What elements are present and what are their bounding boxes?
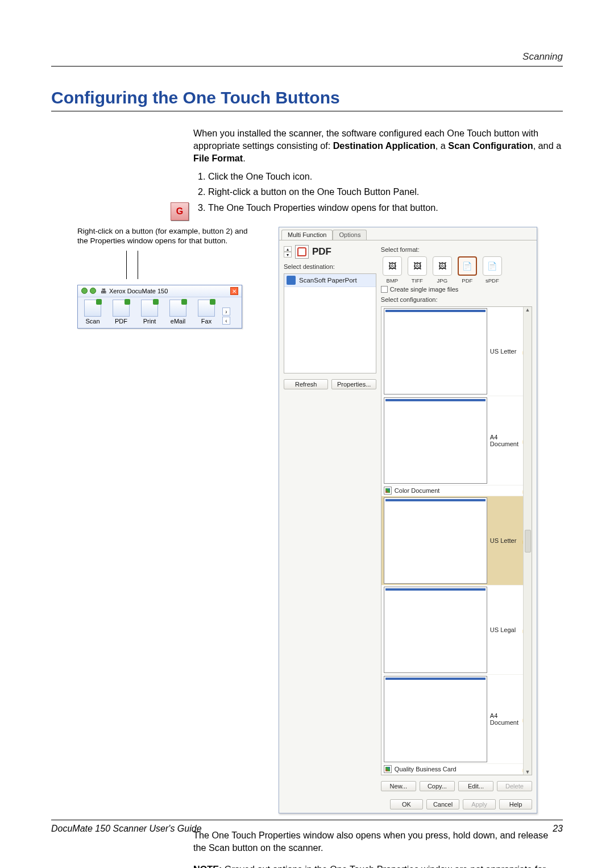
- select-destination-label: Select destination:: [284, 263, 376, 270]
- destination-item[interactable]: ScanSoft PaperPort: [284, 274, 376, 287]
- close-icon[interactable]: ✕: [230, 287, 238, 295]
- destination-item-label: ScanSoft PaperPort: [299, 277, 357, 284]
- config-label: Color Document: [395, 487, 439, 494]
- format-pdf[interactable]: 📄PDF: [456, 256, 479, 284]
- config-item[interactable]: US Letter🔒: [381, 307, 532, 396]
- refresh-button[interactable]: Refresh: [284, 379, 328, 389]
- list-item: Click the One Touch icon.: [208, 171, 563, 183]
- intro-text-b: , a: [435, 140, 449, 151]
- delete-button[interactable]: Delete: [497, 781, 532, 791]
- scanner-glyph-icon: 🖶: [101, 288, 107, 294]
- format-spdf[interactable]: 📄sPDF: [481, 256, 504, 284]
- panel-button-fax[interactable]: Fax: [194, 300, 219, 325]
- figure-callout: Right-click on a button (for example, bu…: [77, 227, 255, 246]
- intro-bold-b: Scan Configuration: [448, 140, 533, 151]
- page-icon: [384, 308, 487, 394]
- config-label: US Letter: [490, 537, 516, 544]
- list-item: Right-click a button on the One Touch Bu…: [208, 186, 563, 198]
- config-item[interactable]: US Letter🔒: [381, 496, 532, 585]
- scroll-up-icon[interactable]: ▲: [525, 307, 530, 313]
- note-paragraph: NOTE: Grayed out options in the One Touc…: [193, 863, 563, 868]
- format-bmp[interactable]: 🖼BMP: [381, 256, 404, 284]
- config-item[interactable]: Color Document🔒: [381, 485, 532, 496]
- panel-button-label: Scan: [85, 318, 99, 325]
- format-label: PDF: [462, 277, 472, 284]
- color-icon: [384, 765, 392, 773]
- panel-button-label: eMail: [171, 318, 185, 325]
- intro-bold-c: File Format: [193, 153, 243, 163]
- current-button-label: PDF: [312, 246, 331, 258]
- one-touch-properties-dialog: Multi Function Options ▴▾ PDF Select des…: [279, 227, 537, 813]
- footer-title: DocuMate 150 Scanner User's Guide: [51, 824, 202, 834]
- running-header: Scanning: [51, 51, 563, 67]
- cancel-button[interactable]: Cancel: [426, 799, 459, 809]
- intro-paragraph: When you installed the scanner, the soft…: [193, 127, 563, 165]
- callout-pointer-lines: [77, 251, 255, 285]
- panel-button-label: Print: [143, 318, 156, 325]
- note-text: Grayed out options in the One Touch Prop…: [193, 864, 546, 868]
- format-label: JPG: [437, 277, 447, 284]
- page-icon: [384, 587, 487, 673]
- panel-button-email[interactable]: eMail: [165, 300, 190, 325]
- button-number-spinner[interactable]: ▴▾: [284, 246, 292, 258]
- config-item[interactable]: A4 Document🔒: [381, 675, 532, 764]
- panel-button-label: Fax: [201, 318, 211, 325]
- page-icon: [384, 676, 487, 762]
- one-touch-app-icon: G: [171, 202, 189, 221]
- config-label: US Letter: [490, 348, 516, 355]
- app-icon: [287, 276, 296, 285]
- pdf-format-icon: [295, 245, 309, 259]
- config-item[interactable]: US Legal🔒: [381, 585, 532, 675]
- page-number: 23: [553, 824, 563, 834]
- one-touch-button-panel: 🖶 Xerox DocuMate 150 ✕ Scan PDF Print eM…: [77, 285, 242, 329]
- help-button[interactable]: Help: [499, 799, 532, 809]
- format-row: 🖼BMP 🖼TIFF 🖼JPG 📄PDF 📄sPDF: [381, 256, 532, 284]
- tab-options[interactable]: Options: [333, 230, 367, 240]
- copy-button[interactable]: Copy...: [420, 781, 455, 791]
- panel-button-pdf[interactable]: PDF: [109, 300, 134, 325]
- config-item[interactable]: A4 Document🔒: [381, 396, 532, 485]
- config-label: US Legal: [490, 626, 516, 633]
- format-label: sPDF: [486, 277, 499, 284]
- destination-list[interactable]: ScanSoft PaperPort: [284, 273, 376, 373]
- nav-prev-icon[interactable]: [81, 288, 88, 294]
- configuration-list[interactable]: US Letter🔒 A4 Document🔒 Color Document🔒 …: [381, 306, 532, 775]
- panel-scroll-arrows[interactable]: ›‹: [222, 308, 230, 325]
- scroll-thumb[interactable]: [525, 530, 531, 553]
- top-steps-list: Click the One Touch icon. Right-click a …: [193, 171, 563, 215]
- scroll-down-icon[interactable]: ▼: [525, 769, 530, 775]
- format-label: BMP: [387, 277, 399, 284]
- scrollbar[interactable]: ▲▼: [523, 307, 532, 775]
- config-label: A4 Document: [490, 434, 518, 447]
- config-label: Quality Business Card: [395, 766, 457, 773]
- config-item[interactable]: Quality Business Card🔒: [381, 764, 532, 775]
- nav-next-icon[interactable]: [90, 288, 96, 294]
- intro-text-c: , and a: [533, 140, 562, 151]
- panel-button-scan[interactable]: Scan: [80, 300, 105, 325]
- new-button[interactable]: New...: [381, 781, 416, 791]
- ok-button[interactable]: OK: [390, 799, 423, 809]
- panel-titlebar: 🖶 Xerox DocuMate 150 ✕: [78, 285, 242, 297]
- apply-button[interactable]: Apply: [463, 799, 496, 809]
- page-title: Configuring the One Touch Buttons: [51, 88, 563, 111]
- select-configuration-label: Select configuration:: [381, 296, 532, 303]
- format-jpg[interactable]: 🖼JPG: [431, 256, 454, 284]
- create-single-label: Create single image files: [390, 286, 458, 293]
- create-single-checkbox[interactable]: [381, 286, 388, 293]
- list-item: The One Touch Properties window opens fo…: [208, 202, 563, 214]
- intro-text-d: .: [243, 153, 246, 163]
- select-format-label: Select format:: [381, 246, 532, 253]
- page-icon: [384, 397, 487, 484]
- tab-multi-function[interactable]: Multi Function: [281, 230, 333, 240]
- page-icon: [384, 497, 487, 584]
- note-label: NOTE:: [193, 864, 222, 868]
- intro-bold-a: Destination Application: [333, 140, 435, 151]
- panel-button-print[interactable]: Print: [137, 300, 162, 325]
- format-tiff[interactable]: 🖼TIFF: [406, 256, 429, 284]
- panel-button-label: PDF: [115, 318, 127, 325]
- properties-button[interactable]: Properties...: [331, 379, 376, 389]
- edit-button[interactable]: Edit...: [458, 781, 493, 791]
- panel-title: Xerox DocuMate 150: [109, 288, 168, 294]
- format-label: TIFF: [412, 277, 423, 284]
- config-label: A4 Document: [490, 712, 518, 726]
